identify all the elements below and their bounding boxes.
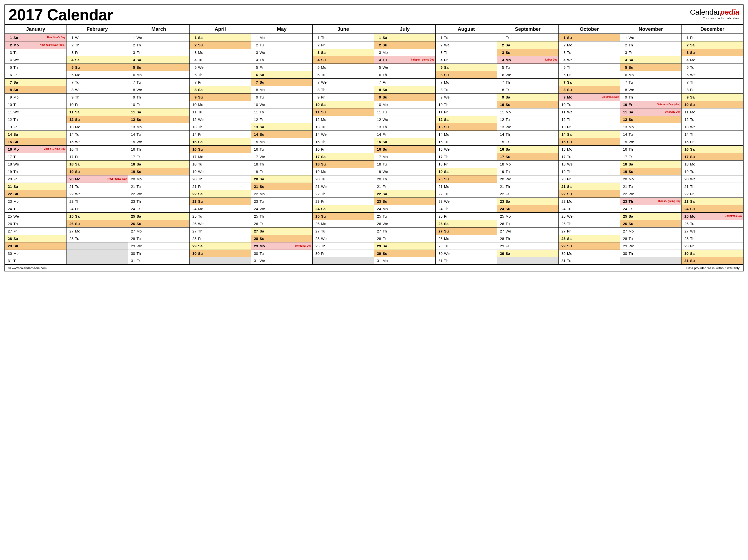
day-number: 1: [6, 36, 12, 40]
day-cell: 19Su: [620, 168, 681, 175]
weekday-abbr: Th: [14, 169, 18, 174]
day-number: 21: [68, 184, 73, 189]
day-row: 24Tu24Fr24Fr24Mo24We24Sa24Mo24Th24Su24Tu…: [5, 205, 743, 212]
day-number: 7: [622, 80, 627, 84]
day-row: 4We4Sa4Sa4Tu4Th4Su4TuIndepen- dence Day4…: [5, 56, 743, 64]
day-cell: 18Fr: [436, 160, 497, 168]
month-header: July: [374, 25, 436, 34]
day-number: 15: [191, 140, 196, 144]
day-row: 10Tu10Fr10Fr10Mo10We10Sa10Mo10Th10Su10Tu…: [5, 101, 743, 108]
day-number: 27: [683, 229, 688, 233]
weekday-abbr: Th: [629, 251, 633, 256]
weekday-abbr: Mo: [567, 199, 572, 204]
day-cell: 23Su: [190, 197, 251, 205]
day-row: 9Mo9Th9Th9Su9Tu9Fr9Su9We9Sa9MoColumbus D…: [5, 93, 743, 101]
day-cell: 30Mo: [5, 250, 67, 257]
day-number: 29: [437, 244, 443, 248]
holiday-label: Labor Day: [545, 59, 558, 61]
weekday-abbr: Su: [321, 162, 326, 166]
day-cell: 8Mo: [251, 86, 312, 93]
header: 2017 Calendar Calendarpedia Your source …: [5, 5, 743, 24]
day-cell: [190, 257, 251, 264]
weekday-abbr: Su: [506, 155, 510, 159]
day-number: 11: [683, 110, 688, 114]
weekday-abbr: Sa: [75, 110, 79, 114]
day-number: 10: [6, 102, 12, 107]
day-cell: 25Sa: [128, 212, 190, 220]
day-cell: 5Sa: [436, 64, 497, 71]
weekday-abbr: Su: [444, 177, 449, 181]
day-cell: 11Mo: [497, 108, 558, 116]
weekday-abbr: Th: [382, 73, 387, 77]
weekday-abbr: We: [137, 140, 142, 144]
weekday-abbr: Tu: [382, 214, 387, 218]
day-number: 1: [314, 36, 320, 40]
day-cell: 26Sa: [436, 220, 497, 227]
day-cell: 11Sa: [128, 108, 190, 116]
weekday-abbr: Fr: [321, 251, 325, 256]
day-cell: 3Fr: [128, 49, 190, 56]
day-cell: 23ThThanks- giving Day: [620, 197, 681, 205]
day-number: 21: [191, 184, 196, 189]
weekday-abbr: Fr: [629, 207, 632, 211]
day-cell: 9Sa: [681, 93, 743, 101]
day-number: 13: [6, 125, 12, 129]
day-number: 28: [314, 236, 320, 241]
day-number: 16: [499, 147, 504, 151]
day-cell: 11Tu: [374, 108, 436, 116]
day-cell: 3Tu: [558, 49, 620, 56]
day-number: 20: [560, 177, 566, 181]
day-cell: 22We: [620, 190, 681, 197]
weekday-abbr: Fr: [444, 58, 448, 62]
day-number: 20: [622, 177, 627, 181]
day-number: 29: [622, 244, 627, 248]
weekday-abbr: Tu: [259, 251, 264, 256]
day-number: 2: [253, 43, 258, 47]
day-number: 18: [6, 162, 12, 166]
weekday-abbr: Mo: [198, 50, 203, 54]
day-number: 4: [683, 58, 688, 62]
weekday-abbr: Th: [321, 36, 326, 40]
day-number: 11: [191, 110, 196, 114]
day-cell: 19Tu: [681, 168, 743, 175]
weekday-abbr: Fr: [14, 229, 17, 233]
day-cell: 22Sa: [190, 190, 251, 197]
weekday-abbr: Mo: [137, 229, 142, 233]
day-number: 18: [253, 162, 258, 166]
day-number: 28: [191, 236, 196, 241]
day-number: 19: [622, 169, 627, 174]
day-cell: 5Th: [5, 64, 67, 71]
month-header: January: [5, 25, 67, 34]
day-row: 11We11Sa11Sa11Tu11Th11Su11Tu11Fr11Mo11We…: [5, 108, 743, 116]
day-number: 8: [622, 88, 627, 92]
day-number: 24: [683, 207, 688, 211]
day-cell: 19Su: [128, 168, 190, 175]
day-cell: 7Sa: [5, 78, 67, 86]
weekday-abbr: Mo: [321, 117, 326, 122]
day-cell: 30Su: [374, 250, 436, 257]
day-number: 9: [376, 95, 381, 99]
weekday-abbr: We: [629, 192, 634, 196]
weekday-abbr: Tu: [629, 184, 633, 189]
day-number: 5: [683, 65, 688, 69]
day-cell: 21Tu: [620, 183, 681, 190]
weekday-abbr: We: [629, 36, 634, 40]
weekday-abbr: We: [137, 36, 142, 40]
day-number: 4: [253, 58, 258, 62]
weekday-abbr: Fr: [198, 236, 202, 241]
weekday-abbr: We: [690, 125, 695, 129]
day-number: 3: [437, 50, 443, 54]
weekday-abbr: Su: [567, 88, 572, 92]
day-number: 20: [314, 177, 320, 181]
day-cell: 29Tu: [436, 242, 497, 250]
day-number: 11: [499, 110, 504, 114]
weekday-abbr: Th: [137, 199, 141, 204]
day-cell: 19Su: [67, 168, 128, 175]
day-cell: 16Su: [190, 145, 251, 153]
weekday-abbr: Fr: [444, 214, 448, 218]
day-cell: 7Sa: [558, 78, 620, 86]
day-cell: 17Mo: [190, 153, 251, 160]
day-number: 31: [253, 259, 258, 263]
weekday-abbr: Th: [506, 184, 510, 189]
weekday-abbr: Th: [382, 177, 387, 181]
